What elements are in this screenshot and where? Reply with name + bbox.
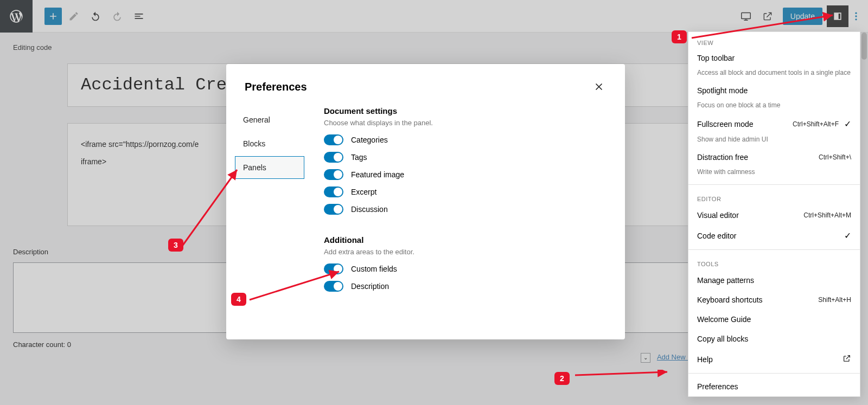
scrollbar-thumb[interactable]: [861, 33, 867, 60]
toggle-categories[interactable]: [324, 134, 343, 145]
section-additional-sub: Add extra areas to the editor.: [324, 248, 614, 256]
dd-item-title: Manage patterns: [697, 276, 754, 285]
annotation-4: 4: [231, 293, 246, 306]
annotation-3: 3: [168, 239, 183, 252]
toggle-label: Custom fields: [351, 265, 397, 273]
editor-topbar: Update: [0, 0, 868, 33]
toggle-description[interactable]: [324, 281, 343, 292]
dd-help[interactable]: Help: [688, 349, 860, 370]
dd-spotlight[interactable]: Spotlight mode Focus on one block at a t…: [688, 82, 860, 114]
toggle-label: Categories: [351, 136, 388, 144]
check-icon: ✓: [844, 119, 851, 129]
tab-general[interactable]: General: [235, 108, 304, 131]
dd-item-title: Copy all blocks: [697, 335, 748, 343]
external-link-icon: [843, 354, 851, 364]
editing-code-label: Editing code: [13, 43, 52, 52]
dd-manage-patterns[interactable]: Manage patterns: [688, 271, 860, 290]
dd-group-view: VIEW: [688, 32, 860, 49]
dd-item-sub: Write with calmness: [697, 168, 851, 176]
toggle-featured-image[interactable]: [324, 169, 343, 180]
kebab-icon: [851, 11, 861, 22]
dd-item-title: Preferences: [697, 382, 738, 391]
wordpress-icon: [9, 9, 24, 24]
tab-panels[interactable]: Panels: [235, 156, 304, 179]
dd-preferences[interactable]: Preferences: [688, 377, 860, 396]
modal-close-button[interactable]: [591, 79, 607, 94]
annotation-2: 2: [554, 372, 570, 385]
tab-blocks[interactable]: Blocks: [235, 132, 304, 155]
document-outline-icon[interactable]: [129, 7, 149, 26]
close-icon: [593, 81, 605, 93]
toggle-label: Description: [351, 282, 389, 291]
dd-distraction[interactable]: Distraction free Ctrl+Shift+\ Write with…: [688, 149, 860, 181]
section-doc-sub: Choose what displays in the panel.: [324, 119, 614, 127]
toggle-custom-fields[interactable]: [324, 263, 343, 274]
dd-visual-editor[interactable]: Visual editor Ctrl+Shift+Alt+M: [688, 205, 860, 225]
dd-welcome-guide[interactable]: Welcome Guide: [688, 310, 860, 329]
dd-code-editor[interactable]: Code editor ✓: [688, 225, 860, 246]
view-post-icon[interactable]: [757, 5, 778, 27]
dd-shortcut: Ctrl+Shift+Alt+M: [803, 211, 851, 219]
svg-rect-0: [742, 12, 751, 18]
modal-title: Preferences: [245, 81, 307, 93]
dd-item-title: Keyboard shortcuts: [697, 295, 763, 304]
svg-point-1: [855, 12, 857, 14]
dd-item-title: Welcome Guide: [697, 315, 751, 324]
dd-item-sub: Focus on one block at a time: [697, 101, 851, 109]
options-menu-button[interactable]: [848, 11, 864, 22]
dd-item-title: Distraction free: [697, 153, 748, 162]
dd-copy-blocks[interactable]: Copy all blocks: [688, 329, 860, 349]
toggle-label: Featured image: [351, 170, 404, 179]
dd-item-title: Code editor: [697, 232, 736, 240]
dd-item-title: Top toolbar: [697, 54, 851, 62]
dd-keyboard-shortcuts[interactable]: Keyboard shortcuts Shift+Alt+H: [688, 290, 860, 310]
svg-point-3: [855, 18, 857, 20]
toggle-label: Tags: [351, 153, 367, 162]
dd-shortcut: Ctrl+Shift+\: [819, 153, 851, 161]
preferences-modal: Preferences General Blocks Panels Docume…: [226, 64, 625, 339]
dd-item-sub: Show and hide admin UI: [697, 136, 851, 143]
update-button[interactable]: Update: [783, 8, 822, 25]
options-dropdown: VIEW Top toolbar Access all block and do…: [688, 31, 860, 397]
annotation-1: 1: [672, 30, 687, 43]
section-additional: Additional: [324, 235, 614, 245]
toggle-tags[interactable]: [324, 152, 343, 163]
plus-icon: [48, 11, 59, 22]
modal-tabs: General Blocks Panels: [226, 104, 313, 300]
add-block-button[interactable]: [44, 8, 62, 25]
toggle-discussion[interactable]: [324, 204, 343, 215]
dd-shortcut: Ctrl+Shift+Alt+F: [793, 120, 839, 128]
toggle-label: Excerpt: [351, 188, 376, 196]
dd-fullscreen[interactable]: Fullscreen mode Ctrl+Shift+Alt+F ✓ Show …: [688, 114, 860, 149]
redo-icon[interactable]: [107, 7, 127, 26]
dd-item-title: Fullscreen mode: [697, 120, 754, 128]
toggle-label: Discussion: [351, 205, 388, 214]
dd-item-sub: Access all block and document tools in a…: [697, 69, 851, 76]
dd-group-editor: EDITOR: [688, 188, 860, 205]
preview-desktop-icon[interactable]: [735, 5, 757, 27]
dd-shortcut: Shift+Alt+H: [818, 296, 851, 304]
svg-point-2: [855, 15, 857, 17]
panel-icon: [832, 11, 843, 22]
category-expand-icon[interactable]: ⌄: [641, 353, 650, 363]
dd-group-tools: TOOLS: [688, 253, 860, 271]
dd-top-toolbar[interactable]: Top toolbar Access all block and documen…: [688, 49, 860, 82]
wp-logo[interactable]: [0, 0, 33, 33]
dd-item-title: Spotlight mode: [697, 86, 851, 95]
section-doc-settings: Document settings: [324, 106, 614, 115]
check-icon: ✓: [844, 230, 851, 241]
scrollbar-track[interactable]: [860, 33, 868, 405]
toggle-excerpt[interactable]: [324, 187, 343, 197]
settings-sidebar-toggle[interactable]: [827, 5, 848, 27]
dd-item-title: Visual editor: [697, 211, 739, 220]
dd-item-title: Help: [697, 355, 713, 364]
edit-tool-icon[interactable]: [64, 7, 84, 26]
undo-icon[interactable]: [86, 7, 105, 26]
